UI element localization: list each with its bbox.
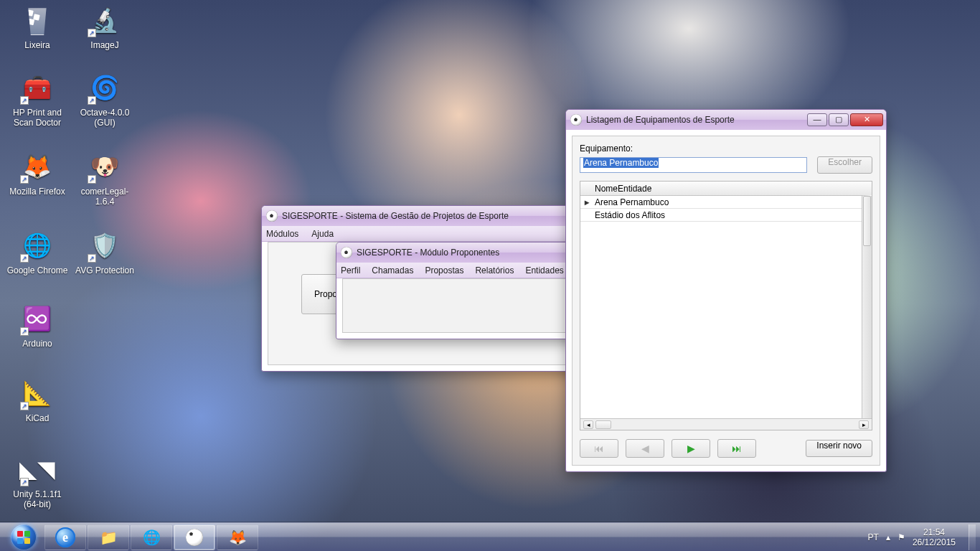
inserir-novo-button[interactable]: Inserir novo (806, 440, 872, 457)
shortcut-overlay-icon: ↗ (20, 402, 29, 410)
label-equipamento: Equipamento: (580, 143, 872, 154)
system-tray[interactable]: PT ▴ ⚑ 21:54 26/12/2015 (868, 524, 976, 550)
table-row[interactable]: ▸Arena Pernambuco (580, 196, 872, 209)
desktop-icon-avg[interactable]: 🛡️↗AVG Protection (73, 228, 136, 276)
taskbar-chrome[interactable]: 🌐 (131, 524, 172, 550)
icon-label: ImageJ (73, 40, 136, 50)
taskbar-ie[interactable] (44, 524, 86, 550)
icon-label: KiCad (6, 413, 69, 423)
desktop-icon-arduino[interactable]: ♾️↗Arduino (6, 301, 69, 349)
record-navigator: ⏮ ◀ ▶ ⏭ Inserir novo (580, 439, 872, 458)
menu-perfil[interactable]: Perfil (341, 265, 360, 276)
close-button[interactable]: ✕ (850, 113, 883, 126)
shortcut-overlay-icon: ↗ (88, 254, 96, 263)
desktop-icon-comerlegal[interactable]: 🐶↗comerLegal-1.6.4 (73, 149, 136, 207)
ie-icon (55, 527, 75, 547)
menu-ajuda[interactable]: Ajuda (311, 229, 334, 239)
column-header[interactable]: NomeEntidade (580, 182, 872, 196)
gimp-icon: 🦊 (229, 529, 247, 546)
taskbar[interactable]: 📁 🌐 🦊 PT ▴ ⚑ 21:54 26/12/2015 (0, 522, 980, 551)
scroll-left-icon[interactable]: ◂ (583, 420, 593, 429)
row-indicator-icon: ▸ (580, 197, 593, 207)
nav-next-button[interactable]: ▶ (672, 439, 710, 458)
input-selection: Arena Pernambuco (583, 158, 659, 168)
desktop-icon-octave[interactable]: 🌀↗Octave-4.0.0 (GUI) (73, 70, 136, 128)
scroll-thumb[interactable] (595, 420, 611, 429)
menu-propostas[interactable]: Propostas (425, 265, 463, 276)
menu-entidades[interactable]: Entidades (525, 265, 563, 276)
equipamento-input[interactable]: Arena Pernambuco (580, 157, 807, 173)
icon-label: Octave-4.0.0 (GUI) (73, 108, 136, 128)
shortcut-overlay-icon: ↗ (20, 254, 29, 263)
tray-chevron-up-icon[interactable]: ▴ (886, 532, 890, 542)
shortcut-overlay-icon: ↗ (20, 175, 29, 184)
windows-orb-icon (11, 524, 37, 550)
shortcut-overlay-icon: ↗ (88, 96, 96, 105)
shortcut-overlay-icon: ↗ (20, 96, 29, 105)
vertical-scrollbar[interactable] (862, 196, 872, 418)
soccer-ball-icon (341, 247, 352, 258)
icon-label: AVG Protection (73, 265, 136, 276)
column-header-label: NomeEntidade (595, 184, 651, 194)
nav-last-button[interactable]: ⏭ (717, 439, 756, 458)
minimize-button[interactable]: — (807, 113, 827, 126)
shortcut-overlay-icon: ↗ (20, 478, 29, 486)
escolher-button[interactable]: Escolher (817, 156, 872, 174)
desktop-icon-imagej[interactable]: 🔬↗ImageJ (73, 3, 136, 50)
language-indicator[interactable]: PT (868, 532, 879, 542)
grid[interactable]: NomeEntidade ▸Arena Pernambuco Estádio d… (580, 181, 872, 430)
tray-flag-icon[interactable]: ⚑ (897, 532, 905, 542)
icon-label: comerLegal-1.6.4 (73, 187, 136, 207)
chrome-icon: 🌐 (143, 529, 161, 546)
start-button[interactable] (4, 524, 43, 550)
window-title: Listagem de Equipamentos de Esporte (586, 115, 806, 125)
clock[interactable]: 21:54 26/12/2015 (913, 527, 956, 547)
taskbar-gimp[interactable]: 🦊 (217, 524, 258, 550)
horizontal-scrollbar[interactable]: ◂ ▸ (580, 418, 872, 430)
taskbar-explorer[interactable]: 📁 (88, 524, 129, 550)
window-title: SIGESPORTE - Módulo Proponentes (357, 248, 592, 258)
nav-prev-button[interactable]: ◀ (626, 439, 664, 458)
titlebar[interactable]: Listagem de Equipamentos de Esporte — ▢ … (566, 110, 886, 130)
window-listagem-equipamentos[interactable]: Listagem de Equipamentos de Esporte — ▢ … (565, 109, 887, 472)
desktop-icon-chrome[interactable]: 🌐↗Google Chrome (6, 228, 69, 276)
scroll-right-icon[interactable]: ▸ (859, 420, 869, 429)
icon-label: Unity 5.1.1f1 (64-bit) (6, 489, 69, 509)
clock-date: 26/12/2015 (913, 537, 956, 547)
folder-icon: 📁 (100, 529, 118, 546)
shortcut-overlay-icon: ↗ (20, 327, 29, 336)
icon-label: Google Chrome (6, 265, 69, 276)
scroll-thumb[interactable] (863, 196, 871, 246)
soccer-ball-icon (570, 114, 582, 126)
clock-time: 21:54 (913, 527, 956, 537)
icon-label: HP Print and Scan Doctor (6, 108, 69, 128)
shortcut-overlay-icon: ↗ (88, 175, 96, 184)
cell: Arena Pernambuco (593, 197, 669, 207)
icon-label: Lixeira (6, 40, 69, 50)
desktop-icon-hp[interactable]: 🧰↗HP Print and Scan Doctor (6, 70, 69, 128)
menu-modulos[interactable]: Módulos (266, 229, 298, 239)
menu-chamadas[interactable]: Chamadas (372, 265, 413, 276)
nav-first-button[interactable]: ⏮ (580, 439, 618, 458)
desktop-icon-lixeira[interactable]: Lixeira (6, 3, 69, 50)
client-area: Equipamento: Arena Pernambuco Escolher N… (572, 136, 880, 466)
cell: Estádio dos Aflitos (593, 210, 665, 220)
shortcut-overlay-icon: ↗ (88, 29, 96, 37)
icon-label: Arduino (6, 339, 69, 349)
maximize-button[interactable]: ▢ (829, 113, 849, 126)
desktop-icon-kicad[interactable]: 📐↗KiCad (6, 376, 69, 423)
desktop-icon-unity[interactable]: ◣◥↗Unity 5.1.1f1 (64-bit) (6, 452, 69, 509)
soccer-ball-icon (186, 529, 203, 546)
soccer-ball-icon (266, 210, 278, 222)
desktop[interactable]: Lixeira 🔬↗ImageJ 🧰↗HP Print and Scan Doc… (0, 0, 980, 551)
taskbar-sigesporte[interactable] (174, 524, 215, 550)
menu-relatorios[interactable]: Relatórios (475, 265, 514, 276)
window-title: SIGESPORTE - Sistema de Gestão de Projet… (282, 211, 582, 221)
show-desktop-button[interactable] (969, 524, 976, 550)
table-row[interactable]: Estádio dos Aflitos (580, 209, 872, 222)
trash-icon (22, 5, 52, 35)
icon-label: Mozilla Firefox (6, 187, 69, 197)
desktop-icon-firefox[interactable]: 🦊↗Mozilla Firefox (6, 149, 69, 197)
